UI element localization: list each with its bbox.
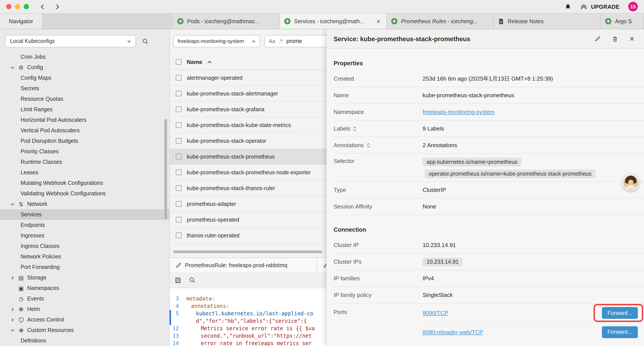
port-link[interactable]: 9090/TCP [422, 310, 448, 316]
table-row-kube-prometheus-stack-prometheus-node-exporter[interactable]: kube-prometheus-stack-prometheus-node-ex… [170, 165, 326, 180]
sidebar-item-pod-disruption-budgets[interactable]: Pod Disruption Budgets [0, 136, 169, 146]
tab-argo-s[interactable]: Argo S [600, 13, 644, 29]
forward-button[interactable]: Forward... [602, 307, 638, 319]
select-all-checkbox[interactable] [176, 59, 182, 65]
port-link[interactable]: 8080:reloader-web/TCP [422, 329, 483, 335]
sidebar-item-ingresses[interactable]: Ingresses [0, 230, 169, 241]
table-row-kube-prometheus-stack-alertmanager[interactable]: kube-prometheus-stack-alertmanager [170, 86, 326, 102]
detail-row-value: 2 Annotations [422, 142, 457, 148]
tab-services-icecheng-math[interactable]: Services - icecheng@math...× [280, 13, 387, 29]
yaml-editor[interactable]: 3metadata:4annotations:5kubectl.kubernet… [170, 288, 326, 346]
table-row-prometheus-adapter[interactable]: prometheus-adapter [170, 196, 326, 212]
table-row-prometheus-operated[interactable]: prometheus-operated [170, 212, 326, 228]
regex-toggle[interactable]: .* [279, 38, 282, 44]
sidebar: Local Kubeconfigs Cron Jobs⚙ConfigConfig… [0, 29, 170, 346]
horizontal-scrollbar[interactable] [173, 251, 322, 253]
row-checkbox[interactable] [176, 75, 182, 81]
close-window-button[interactable] [6, 4, 12, 9]
row-checkbox[interactable] [176, 154, 182, 159]
tab-prometheus-rules-icecheng[interactable]: Prometheus Rules - icecheng... [387, 13, 494, 29]
code-text: second.","runbook_url":"https://net [183, 333, 312, 340]
sidebar-item-secrets[interactable]: Secrets [0, 83, 169, 94]
table-row-thanos-ruler-operated[interactable]: thanos-ruler-operated [170, 228, 326, 244]
sidebar-item-events[interactable]: ◷Events [0, 294, 169, 304]
tab-release-notes[interactable]: Release Notes [494, 13, 600, 29]
dock-tab-prometheusrule[interactable]: PrometheusRule: freeleaps-prod-rabbitmq [170, 258, 317, 272]
user-avatar[interactable] [622, 174, 639, 191]
tab-pods-icecheng-mathmas[interactable]: Pods - icecheng@mathmas... [173, 13, 280, 29]
close-icon[interactable]: × [630, 34, 634, 43]
table-row-kube-prometheus-stack-operator[interactable]: kube-prometheus-stack-operator [170, 133, 326, 149]
sidebar-item-helm[interactable]: ☸Helm [0, 304, 169, 315]
forward-icon[interactable] [54, 3, 60, 10]
row-checkbox[interactable] [176, 122, 182, 128]
namespace-filter[interactable]: freeleaps-monitoring-system [173, 35, 260, 47]
row-checkbox[interactable] [176, 185, 182, 191]
forward-button[interactable]: Forward... [602, 326, 638, 338]
save-icon[interactable] [175, 277, 181, 283]
detail-body: PropertiesCreated253d 16h 6m ago (2025年1… [326, 49, 644, 346]
row-checkbox[interactable] [176, 233, 182, 238]
dock-tab-next[interactable] [317, 258, 326, 272]
table-row-kube-prometheus-stack-prometheus[interactable]: kube-prometheus-stack-prometheus [170, 149, 326, 165]
table-row-kube-prometheus-stack-kube-state-metrics[interactable]: kube-prometheus-stack-kube-state-metrics [170, 117, 326, 133]
editor-line: 3metadata: [170, 295, 326, 303]
sidebar-item-mutating-webhook-configurations[interactable]: Mutating Webhook Configurations [0, 178, 169, 188]
upgrade-button[interactable]: UPGRADE [580, 3, 620, 10]
sidebar-item-definitions[interactable]: Definitions [0, 336, 169, 346]
notification-badge[interactable]: 15 [628, 2, 638, 11]
sidebar-item-horizontal-pod-autoscalers[interactable]: Horizontal Pod Autoscalers [0, 115, 169, 125]
editor-line: 4annotations: [170, 303, 326, 310]
row-checkbox[interactable] [176, 91, 182, 96]
detail-row-value: 9 Labels [422, 125, 444, 132]
notifications-bell-icon[interactable] [565, 3, 571, 10]
sidebar-item-label: Helm [27, 306, 40, 312]
sidebar-item-endpoints[interactable]: Endpoints [0, 220, 169, 230]
sidebar-item-ingress-classes[interactable]: Ingress Classes [0, 241, 169, 251]
back-icon[interactable] [40, 3, 46, 10]
sidebar-item-leases[interactable]: Leases [0, 167, 169, 178]
sidebar-item-custom-resources[interactable]: Custom Resources [0, 325, 169, 336]
sidebar-item-services[interactable]: Services [0, 209, 169, 220]
table-row-alertmanager-operated[interactable]: alertmanager-operated [170, 70, 326, 86]
sidebar-item-storage[interactable]: ▤Storage [0, 272, 169, 283]
sidebar-item-config[interactable]: ⚙Config [0, 62, 169, 73]
edit-pencil-icon[interactable] [595, 36, 600, 42]
row-checkbox[interactable] [176, 169, 182, 175]
sidebar-item-resource-quotas[interactable]: Resource Quotas [0, 94, 169, 104]
tab-close-icon[interactable]: × [375, 18, 382, 25]
sidebar-item-vertical-pod-autoscalers[interactable]: Vertical Pod Autoscalers [0, 125, 169, 136]
row-checkbox[interactable] [176, 217, 182, 223]
sidebar-item-network-policies[interactable]: Network Policies [0, 251, 169, 262]
sidebar-item-priority-classes[interactable]: Priority Classes [0, 146, 169, 157]
search-icon[interactable] [142, 38, 148, 44]
maximize-window-button[interactable] [24, 4, 29, 9]
sidebar-item-namespaces[interactable]: ▣Namespaces [0, 283, 169, 294]
table-row-kube-prometheus-stack-grafana[interactable]: kube-prometheus-stack-grafana [170, 102, 326, 117]
sidebar-item-runtime-classes[interactable]: Runtime Classes [0, 157, 169, 167]
sidebar-item-port-forwarding[interactable]: Port Forwarding [0, 262, 169, 272]
sidebar-item-access-control[interactable]: Access Control [0, 315, 169, 325]
detail-row-selector: Selectorapp.kubernetes.io/name=prometheu… [334, 154, 644, 182]
sidebar-item-validating-webhook-configurations[interactable]: Validating Webhook Configurations [0, 188, 169, 199]
sidebar-item-label: Endpoints [20, 222, 45, 228]
sidebar-item-limit-ranges[interactable]: Limit Ranges [0, 104, 169, 115]
delete-trash-icon[interactable] [612, 36, 618, 42]
sidebar-item-network[interactable]: ⇅Network [0, 199, 169, 209]
sidebar-item-cron-jobs[interactable]: Cron Jobs [0, 52, 169, 62]
sort-ascending-icon[interactable] [208, 61, 212, 63]
port-line: 9090/TCPForward... [422, 304, 644, 322]
name-column-header[interactable]: Name [187, 59, 202, 65]
table-row-kube-prometheus-stack-thanos-ruler[interactable]: kube-prometheus-stack-thanos-ruler [170, 180, 326, 196]
sidebar-item-config-maps[interactable]: Config Maps [0, 73, 169, 83]
row-checkbox[interactable] [176, 106, 182, 112]
kubeconfig-selector[interactable]: Local Kubeconfigs [5, 35, 136, 47]
list-search-input[interactable]: Aa .* prome [264, 35, 326, 47]
namespace-link[interactable]: freeleaps-monitoring-system [422, 109, 494, 115]
match-case-toggle[interactable]: Aa [269, 38, 275, 44]
editor-search-icon[interactable] [189, 277, 196, 283]
row-checkbox[interactable] [176, 138, 182, 144]
sidebar-scrollbar[interactable] [164, 119, 167, 219]
row-checkbox[interactable] [176, 201, 182, 207]
minimize-window-button[interactable] [15, 4, 20, 9]
